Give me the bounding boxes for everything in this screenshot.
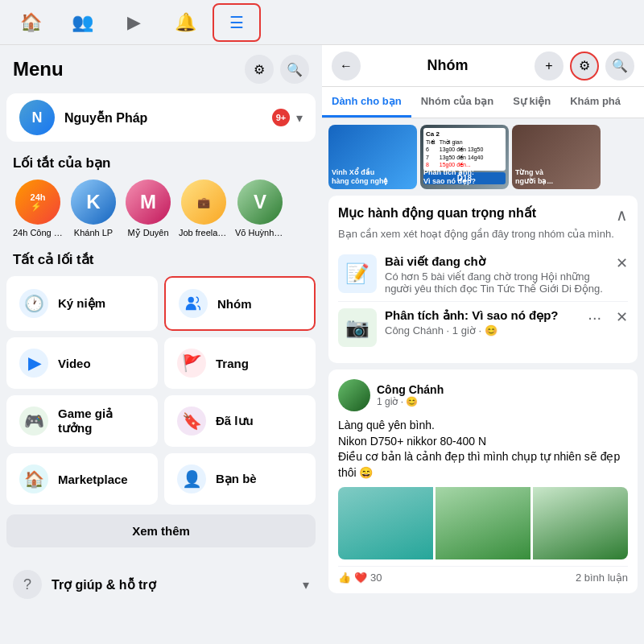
post-footer: 👍 ❤️ 30 2 bình luận	[338, 566, 628, 584]
profile-section[interactable]: N Nguyễn Pháp 9+ ▾	[6, 93, 316, 142]
tab-explore[interactable]: Khám phá	[560, 87, 630, 118]
post-image-2[interactable]	[436, 487, 530, 559]
divider	[0, 554, 322, 560]
action-header: Mục hành động quan trọng nhất ∧	[338, 205, 628, 225]
pending-posts-close-button[interactable]: ✕	[616, 254, 628, 272]
shortcuts-row: 24h⚡ 24h Công Nghệ K Khánh LP M Mỹ Duyên…	[0, 176, 322, 242]
shortcuts-grid: 🕐 Ký niệm Nhóm ▶ Video	[0, 273, 322, 508]
help-chevron-icon: ▾	[303, 577, 309, 592]
menu-title: Menu	[13, 58, 64, 80]
action-subtitle: Bạn cần xem xét hoạt động gần đây trong …	[338, 228, 628, 240]
game-icon: 🎮	[19, 407, 48, 436]
pages-icon: 🚩	[177, 349, 206, 378]
shortcut-friends[interactable]: 👤 Bạn bè	[164, 453, 316, 505]
shortcut-job[interactable]: 💼 Job freelance/...	[179, 180, 229, 238]
story-2-text: Phân tích ảnh:Vì sao nó đẹp?	[423, 168, 476, 186]
tab-events[interactable]: Sự kiện	[503, 87, 560, 118]
nav-home-btn[interactable]: 🏠	[6, 3, 55, 42]
shortcut-vo[interactable]: V Võ Huỳnh Văn Phong	[235, 180, 285, 238]
shortcut-my-avatar: M	[126, 180, 171, 225]
shortcut-my[interactable]: M Mỹ Duyên	[124, 180, 172, 238]
action-collapse-icon[interactable]: ∧	[616, 205, 628, 225]
post-image-3[interactable]	[533, 487, 628, 559]
right-content: Vinh Xổ đầuhàng công nghệ Ca 2 TiếtThời …	[322, 118, 644, 600]
shortcut-khanh-label: Khánh LP	[74, 228, 113, 237]
pending-posts-info: Bài viết đang chờ Có hơn 5 bài viết đang…	[385, 254, 608, 295]
top-navigation: 🏠 👥 ▶ 🔔 ☰	[0, 0, 644, 45]
photo-analysis-item: 📷 Phân tích ảnh: Vì sao nó đẹp? Công Chá…	[338, 302, 628, 353]
post-image-1[interactable]	[338, 487, 433, 559]
help-section[interactable]: ? Trợ giúp & hỗ trợ ▾	[0, 560, 322, 609]
right-panel: ← Nhóm + ⚙ 🔍 Dành cho bạn Nhóm của bạn S…	[322, 45, 644, 644]
post-reactions: 👍 ❤️ 30	[338, 572, 382, 584]
nav-menu-btn[interactable]: ☰	[213, 3, 261, 42]
shortcut-job-avatar: 💼	[181, 180, 226, 225]
friends-label: Bạn bè	[216, 472, 257, 486]
left-panel: Menu ⚙ 🔍 N Nguyễn Pháp 9+ ▾ Lối tắt của …	[0, 45, 322, 644]
help-icon: ?	[13, 570, 42, 599]
menu-header: Menu ⚙ 🔍	[0, 45, 322, 90]
shortcut-khanh[interactable]: K Khánh LP	[69, 180, 118, 238]
shortcut-vo-avatar: V	[237, 180, 283, 225]
shortcut-pages[interactable]: 🚩 Trang	[164, 337, 316, 389]
profile-name: Nguyễn Pháp	[64, 110, 272, 126]
nav-bell-btn[interactable]: 🔔	[161, 3, 209, 42]
post-card: Công Chánh 1 giờ · 😊 Làng quê yên bình. …	[328, 369, 638, 593]
photo-analysis-author: Công Chánh · 1 giờ · 😊	[385, 324, 580, 336]
story-card-1[interactable]: Vinh Xổ đầuhàng công nghệ	[328, 125, 417, 189]
chevron-down-icon: ▾	[296, 110, 303, 126]
video-label: Video	[58, 357, 91, 370]
shortcut-game[interactable]: 🎮 Game giả tưởng	[6, 395, 158, 447]
nav-friends-btn[interactable]: 👥	[58, 3, 106, 42]
photo-analysis-info: Phân tích ảnh: Vì sao nó đẹp? Công Chánh…	[385, 308, 580, 336]
groups-icon	[179, 289, 208, 318]
photo-analysis-dots-button[interactable]: ···	[588, 308, 601, 327]
shortcut-vo-label: Võ Huỳnh Văn Phong	[235, 228, 285, 237]
shortcut-khanh-avatar: K	[71, 180, 116, 225]
story-card-3[interactable]: Từng vàngười bạ...	[512, 125, 601, 189]
add-group-button[interactable]: +	[535, 52, 564, 80]
group-settings-button[interactable]: ⚙	[570, 52, 599, 80]
shortcut-memories[interactable]: 🕐 Ký niệm	[6, 276, 158, 331]
marketplace-icon: 🏠	[19, 464, 48, 493]
group-search-button[interactable]: 🔍	[605, 52, 634, 80]
tabs-bar: Dành cho bạn Nhóm của bạn Sự kiện Khám p…	[322, 87, 644, 118]
menu-header-icons: ⚙ 🔍	[245, 55, 309, 84]
nav-video-btn[interactable]: ▶	[109, 3, 158, 42]
saved-label: Đã lưu	[216, 414, 254, 428]
shortcut-24h-label: 24h Công Nghệ	[13, 228, 63, 238]
shortcut-marketplace[interactable]: 🏠 Marketplace	[6, 453, 158, 505]
shortcuts-title: Lối tắt của bạn	[0, 145, 322, 176]
menu-settings-icon[interactable]: ⚙	[245, 55, 274, 84]
shortcut-groups[interactable]: Nhóm	[164, 276, 316, 331]
shortcut-saved[interactable]: 🔖 Đã lưu	[164, 395, 316, 447]
shortcut-video[interactable]: ▶ Video	[6, 337, 158, 389]
all-shortcuts-title: Tất cả lối tắt	[0, 242, 322, 273]
story-3-text: Từng vàngười bạ...	[515, 168, 553, 186]
xem-them-button[interactable]: Xem thêm	[6, 514, 316, 547]
memories-icon: 🕐	[19, 289, 48, 318]
pending-posts-desc: Có hơn 5 bài viết đang chờ trong Hội nhữ…	[385, 270, 608, 295]
tab-your-groups[interactable]: Nhóm của bạn	[411, 87, 503, 118]
post-body: Làng quê yên bình. Nikon D750+ nikkor 80…	[338, 418, 628, 481]
pending-posts-title: Bài viết đang chờ	[385, 254, 608, 269]
post-author-info: Công Chánh 1 giờ · 😊	[377, 383, 444, 407]
svg-point-0	[188, 297, 194, 303]
photo-analysis-icon: 📷	[338, 308, 377, 347]
pending-posts-item: 📝 Bài viết đang chờ Có hơn 5 bài viết đa…	[338, 248, 628, 302]
post-avatar	[338, 379, 370, 411]
shortcut-24h[interactable]: 24h⚡ 24h Công Nghệ	[13, 180, 63, 238]
post-images	[338, 487, 628, 559]
story-card-2[interactable]: Ca 2 TiếtThời gian 613g00 đến 13g50 713g…	[420, 125, 509, 189]
shortcut-job-label: Job freelance/...	[179, 228, 229, 237]
memories-label: Ký niệm	[58, 296, 105, 311]
menu-search-icon[interactable]: 🔍	[280, 55, 309, 84]
pending-posts-icon: 📝	[338, 254, 377, 293]
photo-analysis-close-button[interactable]: ✕	[616, 308, 628, 326]
photo-analysis-title: Phân tích ảnh: Vì sao nó đẹp?	[385, 308, 580, 323]
game-label: Game giả tưởng	[58, 407, 145, 436]
nav-left: 🏠 👥 ▶ 🔔 ☰	[6, 3, 638, 42]
post-meta: 1 giờ · 😊	[377, 396, 444, 407]
back-button[interactable]: ←	[332, 52, 361, 80]
tab-for-you[interactable]: Dành cho bạn	[322, 87, 411, 118]
